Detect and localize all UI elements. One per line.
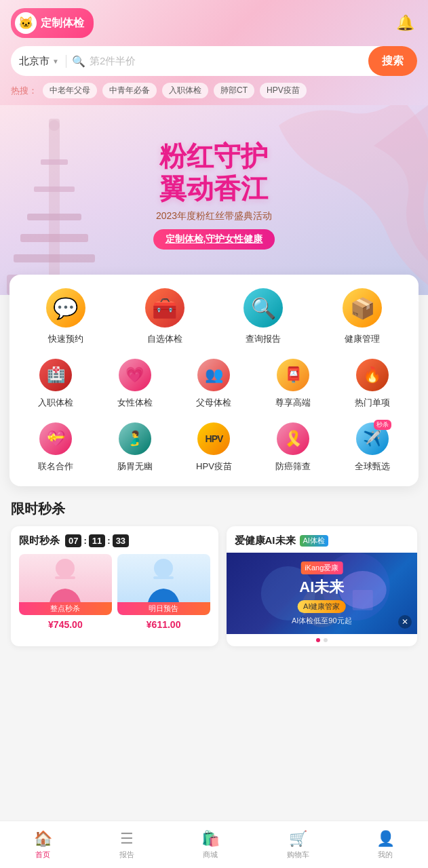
banner-badge[interactable]: 定制体检,守护女性健康 <box>153 229 275 250</box>
product-image-female: 整点秒杀 <box>19 554 112 615</box>
cart-icon: 🛒 <box>289 830 307 848</box>
nav-item-mine[interactable]: 👤 我的 <box>366 825 406 865</box>
ai-card-title: 爱健康AI未来 <box>235 534 296 547</box>
menu-item-work-exam[interactable]: 🏥 入职体检 <box>28 359 83 409</box>
close-button[interactable]: ✕ <box>398 615 412 629</box>
hot-items-label: 热门单项 <box>355 397 390 409</box>
bottom-nav: 🏠 首页 ☰ 报告 🛍️ 商城 🛒 购物车 👤 我的 <box>0 821 428 868</box>
products-row: 整点秒杀 ¥745.00 明日预告 ¥611.00 <box>19 554 210 630</box>
svg-rect-2 <box>34 186 75 192</box>
product-price-male: ¥611.00 <box>117 619 210 630</box>
timer-seconds: 33 <box>113 534 129 547</box>
menu-item-custom-exam[interactable]: 🧰 自选体检 <box>138 288 192 345</box>
hot-search-label: 热搜： <box>11 85 37 97</box>
ribbon-decoration <box>265 105 428 295</box>
custom-exam-icon: 🧰 <box>145 288 184 328</box>
work-exam-icon: 🏥 <box>39 359 72 391</box>
menu-item-parents-exam[interactable]: 👥 父母体检 <box>187 359 241 409</box>
home-icon: 🏠 <box>34 830 52 848</box>
menu-item-vip-exam[interactable]: 📮 尊享高端 <box>266 359 320 409</box>
product-badge-female: 整点秒杀 <box>19 602 112 615</box>
custom-exam-label: 自选体检 <box>147 333 182 345</box>
menu-item-query-report[interactable]: 🔍 查询报告 <box>236 288 290 345</box>
svg-rect-4 <box>20 234 88 242</box>
hpv-icon: HPV <box>197 422 230 455</box>
query-report-label: 查询报告 <box>246 333 281 345</box>
city-selector[interactable]: 北京市 ▼ <box>19 55 66 68</box>
menu-item-cancer[interactable]: 🎗️ 防癌筛查 <box>266 422 320 473</box>
svg-rect-3 <box>27 214 81 220</box>
banner-content: 粉红守护 翼动香江 2023年度粉红丝带盛典活动 定制体检,守护女性健康 <box>153 140 275 250</box>
search-icon: 🔍 <box>72 55 85 68</box>
menu-item-partner[interactable]: 💝 联名合作 <box>28 422 83 473</box>
menu-row-main: 💬 快速预约 🧰 自选体检 🔍 查询报告 📦 健康管理 <box>16 288 412 345</box>
product-image-male: 明日预告 <box>117 554 210 615</box>
svg-point-10 <box>154 559 173 578</box>
header-top: 🐱 定制体检 🔔 <box>11 8 417 38</box>
search-button[interactable]: 搜索 <box>368 46 417 76</box>
svg-point-7 <box>49 120 60 131</box>
hpv-label: HPV疫苗 <box>196 460 232 473</box>
menu-item-quick-book[interactable]: 💬 快速预约 <box>39 288 93 345</box>
menu-item-hot-items[interactable]: 🔥 热门单项 <box>345 359 400 409</box>
nav-mine-label: 我的 <box>378 850 393 860</box>
svg-rect-0 <box>49 119 60 295</box>
svg-rect-11 <box>153 576 174 579</box>
menu-item-health-mgmt[interactable]: 📦 健康管理 <box>335 288 389 345</box>
hot-items-icon: 🔥 <box>356 359 389 391</box>
logo-text: 定制体检 <box>41 16 84 31</box>
bell-icon[interactable]: 🔔 <box>393 11 417 35</box>
flash-sale-grid: 限时秒杀 07 : 11 : 33 整点秒杀 ¥ <box>0 526 428 660</box>
ai-brand: iKang爱康 <box>300 561 343 574</box>
product-item-female[interactable]: 整点秒杀 ¥745.00 <box>19 554 112 630</box>
dot-2 <box>324 638 328 642</box>
stomach-icon: 🫃 <box>119 422 151 455</box>
ai-promo: AI体检低至90元起 <box>292 616 352 626</box>
quick-book-label: 快速预约 <box>48 333 83 345</box>
product-price-female: ¥745.00 <box>19 619 112 630</box>
logo-cat-icon: 🐱 <box>15 12 37 34</box>
hot-tag-1[interactable]: 中青年必备 <box>102 83 157 98</box>
timer-hours: 07 <box>65 534 81 547</box>
menu-card: 💬 快速预约 🧰 自选体检 🔍 查询报告 📦 健康管理 🏥 入职体检 <box>9 275 419 486</box>
nav-report-label: 报告 <box>119 850 134 860</box>
product-item-male[interactable]: 明日预告 ¥611.00 <box>117 554 210 630</box>
menu-row-2: 🏥 入职体检 💗 女性体检 👥 父母体检 📮 尊享高端 🔥 热门单项 <box>16 359 412 409</box>
hot-tag-0[interactable]: 中老年父母 <box>43 83 97 98</box>
female-exam-label: 女性体检 <box>117 397 153 409</box>
ai-card: 爱健康AI未来 AI体检 iKang爱康 AI未来 AI健康管家 AI体检低至9… <box>227 526 418 646</box>
female-exam-icon: 💗 <box>119 359 151 391</box>
hot-tag-4[interactable]: HPV疫苗 <box>260 83 307 98</box>
menu-item-stomach[interactable]: 🫃 肠胃无幽 <box>108 422 162 473</box>
svg-rect-16 <box>352 590 372 610</box>
ai-text-overlay: iKang爱康 AI未来 AI健康管家 AI体检低至90元起 <box>292 561 352 626</box>
nav-item-cart[interactable]: 🛒 购物车 <box>276 825 320 865</box>
ai-dots <box>227 634 418 646</box>
chevron-down-icon: ▼ <box>52 58 59 65</box>
hot-tag-3[interactable]: 肺部CT <box>214 83 254 98</box>
health-mgmt-label: 健康管理 <box>345 333 380 345</box>
global-icon: ✈️ 秒杀 <box>356 422 389 455</box>
menu-item-hpv[interactable]: HPV HPV疫苗 <box>187 422 241 473</box>
menu-item-global[interactable]: ✈️ 秒杀 全球甄选 <box>345 422 400 473</box>
logo-area[interactable]: 🐱 定制体检 <box>11 8 94 38</box>
nav-home-label: 首页 <box>35 850 50 860</box>
nav-item-report[interactable]: ☰ 报告 <box>109 825 145 865</box>
hot-tag-2[interactable]: 入职体检 <box>162 83 208 98</box>
mine-icon: 👤 <box>376 830 395 848</box>
cancer-icon: 🎗️ <box>277 422 309 455</box>
menu-row-3: 💝 联名合作 🫃 肠胃无幽 HPV HPV疫苗 🎗️ 防癌筛查 ✈️ 秒杀 全球… <box>16 422 412 473</box>
tower-decoration <box>0 119 109 295</box>
hot-tags-list: 中老年父母 中青年必备 入职体检 肺部CT HPV疫苗 <box>43 83 307 98</box>
search-bar: 北京市 ▼ 🔍 第2件半价 搜索 <box>11 46 417 76</box>
svg-point-8 <box>56 559 75 578</box>
svg-rect-1 <box>41 159 68 165</box>
menu-item-female-exam[interactable]: 💗 女性体检 <box>108 359 162 409</box>
city-name: 北京市 <box>19 55 50 68</box>
nav-item-shop[interactable]: 🛍️ 商城 <box>191 825 231 865</box>
ai-image-area: iKang爱康 AI未来 AI健康管家 AI体检低至90元起 ✕ <box>227 553 418 634</box>
vip-exam-icon: 📮 <box>277 359 309 391</box>
parents-exam-label: 父母体检 <box>196 397 231 409</box>
timer-minutes: 11 <box>89 534 105 547</box>
nav-item-home[interactable]: 🏠 首页 <box>23 825 63 865</box>
